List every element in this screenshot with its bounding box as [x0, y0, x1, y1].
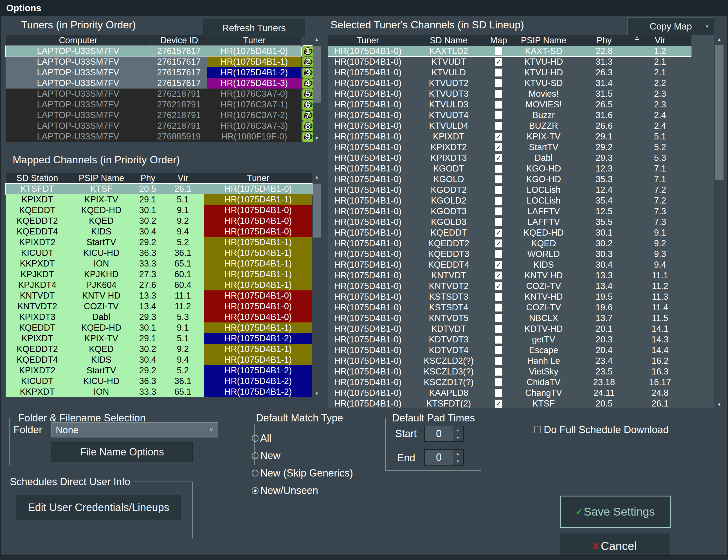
map-checkbox[interactable]	[495, 250, 502, 259]
lineup-row[interactable]: HR(1075D4B1-0)KDTVDT4Escape20.414.4	[328, 345, 691, 356]
spinner-down-icon[interactable]: ▼	[456, 459, 460, 463]
lineup-row[interactable]: HR(1075D4B1-0)KNTVDT✓KNTV HD13.311.1	[328, 270, 691, 281]
mapped-col-phy[interactable]: Phy	[134, 173, 162, 184]
lineup-row[interactable]: HR(1075D4B1-0)KDTVDTKDTV-HD20.114.1	[328, 323, 691, 334]
scroll-up-icon[interactable]: ▲	[313, 37, 321, 42]
edit-user-credentials-button[interactable]: Edit User Credentials/Lineups	[16, 495, 181, 520]
map-checkbox[interactable]	[495, 122, 502, 130]
lineup-row[interactable]: HR(1075D4B1-0)KNTVDT5NBCLX13.711.5	[328, 313, 691, 323]
map-checkbox[interactable]: ✓	[495, 143, 502, 152]
scrollbar-thumb[interactable]	[715, 45, 723, 180]
mapped-channel-row[interactable]: KPIXDT3Dabl29.35.3HR(1075D4B1-0)	[6, 312, 312, 322]
lineup-row[interactable]: HR(1075D4B1-0)KTVUDT4Buzzr31.62.4	[328, 110, 691, 121]
map-checkbox[interactable]	[495, 325, 502, 333]
match-type-radio-new-unseen[interactable]: New/Unseen	[252, 485, 318, 496]
mapped-channel-row[interactable]: KPIXDTKPIX-TV29.15.1HR(1075D4B1-1)	[6, 194, 312, 205]
scroll-down-icon[interactable]: ▼	[313, 391, 321, 396]
spinner-up-icon[interactable]: ▲	[456, 452, 460, 456]
lineup-col-psip-name[interactable]: PSIP Name	[508, 35, 579, 46]
map-checkbox[interactable]	[495, 367, 502, 376]
lineup-row[interactable]: HR(1075D4B1-0)KPIXDT2✓StartTV29.25.2	[328, 142, 691, 153]
folder-dropdown[interactable]: None ˅	[51, 422, 218, 437]
mapped-channel-row[interactable]: KQEDDT4KIDS30.49.4HR(1075D4B1-1)	[6, 354, 312, 365]
refresh-tuners-button[interactable]: Refresh Tuners	[203, 19, 305, 37]
scroll-up-icon[interactable]: ▲	[313, 175, 321, 179]
map-checkbox[interactable]: ✓	[495, 229, 502, 237]
mapped-col-vir[interactable]: Vir	[162, 173, 204, 184]
mapped-channel-row[interactable]: KPIXDT2StartTV29.25.2HR(1075D4B1-2)	[6, 365, 312, 376]
pad-end-spinner[interactable]: 0 ▲ ▼	[424, 449, 464, 465]
mapped-channel-row[interactable]: KQEDDTKQED-HD30.19.1HR(1075D4B1-0)	[6, 205, 312, 216]
lineup-row[interactable]: HR(1075D4B1-0)KGOLDKGO-HD35.37.1	[328, 174, 691, 185]
lineup-col-sd-name[interactable]: SD Name	[408, 35, 489, 46]
mapped-col-tuner[interactable]: Tuner	[204, 173, 312, 184]
lineup-row[interactable]: HR(1075D4B1-0)KDTVDT3getTV20.314.3	[328, 334, 691, 345]
lineup-row[interactable]: HR(1075D4B1-0)KGODT3LAFFTV12.57.3	[328, 206, 691, 217]
mapped-scrollbar[interactable]: ▲ ▼	[313, 173, 321, 397]
lineup-scrollbar[interactable]: ▲ ▼	[715, 35, 723, 408]
map-checkbox[interactable]	[495, 346, 502, 354]
tuners-scrollbar[interactable]: ▲ ▼	[313, 35, 321, 142]
map-checkbox[interactable]	[495, 218, 502, 226]
file-name-options-button[interactable]: File Name Options	[51, 442, 193, 462]
lineup-row[interactable]: HR(1075D4B1-0)KQEDDT✓KQED-HD30.19.1	[328, 228, 691, 238]
lineup-row[interactable]: HR(1075D4B1-0)KGODT2LOCLish12.47.2	[328, 185, 691, 195]
mapped-channel-row[interactable]: KKPXDTION33.365.1HR(1075D4B1-2)	[6, 386, 312, 397]
tuner-row[interactable]: LAPTOP-U33SM7FV276218791HR(1076C3A7-3)	[6, 121, 301, 131]
match-type-radio-all[interactable]: All	[252, 432, 271, 444]
lineup-col-map[interactable]: Map	[489, 35, 508, 46]
map-checkbox[interactable]	[495, 100, 502, 109]
lineup-row[interactable]: HR(1075D4B1-0)KSTSDT4COZI-TV19.611.4	[328, 302, 691, 313]
lineup-row[interactable]: HR(1075D4B1-0)KNTVDT2✓COZI-TV13.411.2	[328, 281, 691, 291]
mapped-channel-row[interactable]: KICUDTKICU-HD36.336.1HR(1075D4B1-1)	[6, 248, 312, 259]
tuners-col-computer[interactable]: Computer	[6, 35, 150, 46]
match-type-radio-new[interactable]: New	[252, 450, 280, 462]
map-checkbox[interactable]	[495, 79, 502, 87]
map-checkbox[interactable]	[495, 165, 502, 173]
map-checkbox[interactable]: ✓	[495, 261, 502, 269]
lineup-row[interactable]: HR(1075D4B1-0)KQEDDT2✓KQED30.29.2	[328, 238, 691, 249]
scrollbar-thumb[interactable]	[313, 184, 321, 238]
map-checkbox[interactable]	[495, 197, 502, 205]
map-checkbox[interactable]	[495, 314, 502, 322]
lineup-row[interactable]: HR(1075D4B1-0)KQEDDT4✓KIDS30.49.4	[328, 260, 691, 270]
scrollbar-thumb[interactable]	[313, 46, 321, 103]
mapped-channel-row[interactable]: KQEDDTKQED-HD30.19.1HR(1075D4B1-1)	[6, 322, 312, 333]
mapped-channel-row[interactable]: KQEDDT2KQED30.29.2HR(1075D4B1-1)	[6, 344, 312, 354]
mapped-channel-row[interactable]: KTSFDTKTSF20.526.1HR(1075D4B1-0)	[6, 184, 312, 194]
mapped-channel-row[interactable]: KQEDDT4KIDS30.49.4HR(1075D4B1-0)	[6, 226, 312, 237]
map-checkbox[interactable]	[495, 47, 502, 55]
lineup-row[interactable]: HR(1075D4B1-0)KGODTKGO-HD12.37.1	[328, 163, 691, 174]
copy-map-dropdown[interactable]: Copy Map ˅	[627, 17, 714, 35]
map-checkbox[interactable]	[495, 68, 502, 77]
mapped-channel-row[interactable]: KPJKDT4PJK60427.660.4HR(1075D4B1-1)	[6, 280, 312, 290]
spinner-down-icon[interactable]: ▼	[456, 436, 460, 440]
map-checkbox[interactable]: ✓	[495, 58, 502, 66]
lineup-row[interactable]: HR(1075D4B1-0)KTVULD3MOVIES!26.52.3	[328, 99, 691, 110]
mapped-channel-row[interactable]: KQEDDT2KQED30.29.2HR(1075D4B1-0)	[6, 216, 312, 226]
tuner-row[interactable]: LAPTOP-U33SM7FV276157617HR(1075D4B1-1)	[6, 57, 301, 67]
tuner-row[interactable]: LAPTOP-U33SM7FV276157617HR(1075D4B1-3)	[6, 78, 301, 89]
map-checkbox[interactable]	[495, 357, 502, 365]
mapped-channel-row[interactable]: KPIXDTKPIX-TV29.15.1HR(1075D4B1-2)	[6, 333, 312, 344]
tuner-row[interactable]: LAPTOP-U33SM7FV276885919HR(1080F19F-0)	[6, 131, 301, 142]
lineup-row[interactable]: HR(1075D4B1-0)KPIXDT3✓Dabl29.35.3	[328, 153, 691, 163]
lineup-row[interactable]: HR(1075D4B1-0)KSCZLD2(?)Hanh Le23.416.2	[328, 356, 691, 366]
mapped-channel-row[interactable]: KNTVDTKNTV HD13.311.1HR(1075D4B1-0)	[6, 290, 312, 301]
mapped-channel-row[interactable]: KKPXDTION33.365.1HR(1075D4B1-1)	[6, 259, 312, 269]
lineup-row[interactable]: HR(1075D4B1-0)KAXTLD2KAXT-SD22.81.2	[328, 46, 691, 57]
map-checkbox[interactable]	[495, 175, 502, 184]
lineup-row[interactable]: HR(1075D4B1-0)KSTSDT3KNTV-HD19.511.3	[328, 291, 691, 302]
tuner-row[interactable]: LAPTOP-U33SM7FV276218791HR(1076C3A7-0)	[6, 89, 301, 99]
lineup-row[interactable]: HR(1075D4B1-0)KTVULDKTVU-HD26.32.1	[328, 67, 691, 78]
lineup-row[interactable]: HR(1075D4B1-0)KPIXDT✓KPIX-TV29.15.1	[328, 131, 691, 142]
mapped-channel-row[interactable]: KNTVDT2COZI-TV13.411.2HR(1075D4B1-0)	[6, 301, 312, 312]
lineup-row[interactable]: HR(1075D4B1-0)KTVULD4BUZZR26.62.4	[328, 121, 691, 131]
map-checkbox[interactable]	[495, 186, 502, 194]
match-type-radio-new-skip-generics-[interactable]: New (Skip Generics)	[252, 467, 353, 479]
save-settings-button[interactable]: ✔ Save Settings	[560, 496, 671, 528]
tuner-row[interactable]: LAPTOP-U33SM7FV276218791HR(1076C3A7-1)	[6, 99, 301, 110]
map-checkbox[interactable]	[495, 303, 502, 312]
tuners-col-device-id[interactable]: Device ID	[151, 35, 208, 46]
map-checkbox[interactable]: ✓	[495, 399, 502, 408]
